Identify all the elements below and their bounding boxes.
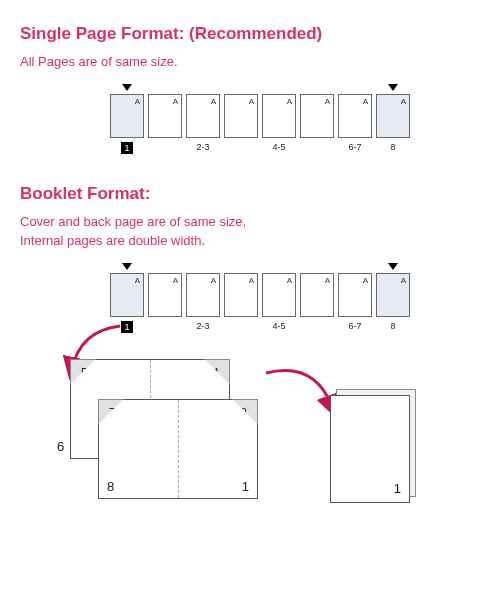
spread-page-number: 1 <box>242 479 249 494</box>
thumb-label: 4-5 <box>262 142 296 152</box>
single-format-desc: All Pages are of same size. <box>20 52 480 72</box>
fold-corner-icon: 4 <box>204 359 230 385</box>
booklet-format-desc: Cover and back page are of same size,Int… <box>20 212 480 251</box>
thumb-letter: A <box>173 97 178 106</box>
fold-corner-icon: 5 <box>70 359 96 385</box>
thumb-letter: A <box>401 276 406 285</box>
thumb-letter: A <box>287 97 292 106</box>
thumb-label: 6-7 <box>338 142 372 152</box>
thumb-letter: A <box>249 276 254 285</box>
page-thumb: A4-5 <box>262 94 296 152</box>
thumb-letter: A <box>401 97 406 106</box>
thumb-label: 8 <box>376 321 410 331</box>
page-thumb: A <box>224 273 258 317</box>
page-thumb: A1 <box>110 94 144 154</box>
thumb-letter: A <box>249 97 254 106</box>
page-thumb: A <box>300 273 334 317</box>
open-booklet-icon: 1 <box>330 395 418 507</box>
thumb-letter: A <box>363 276 368 285</box>
thumb-label: 4-5 <box>262 321 296 331</box>
page-thumb: A4-5 <box>262 273 296 331</box>
thumb-label: 8 <box>376 142 410 152</box>
single-format-title: Single Page Format: (Recommended) <box>20 24 480 44</box>
spread-bottom: 7 2 8 1 <box>98 399 258 499</box>
thumb-label: 1 <box>121 142 133 154</box>
page-marker-icon <box>388 263 398 270</box>
fold-corner-icon: 2 <box>232 399 258 425</box>
single-thumbstrip: A1AA2-3AA4-5AA6-7A8 <box>110 94 480 154</box>
page-thumb: A2-3 <box>186 273 220 331</box>
thumb-label: 6-7 <box>338 321 372 331</box>
page-marker-icon <box>388 84 398 91</box>
page-thumb: A8 <box>376 273 410 331</box>
page-thumb: A8 <box>376 94 410 152</box>
page-thumb: A <box>300 94 334 138</box>
page-thumb: A <box>148 273 182 317</box>
thumb-letter: A <box>135 97 140 106</box>
thumb-letter: A <box>363 97 368 106</box>
thumb-letter: A <box>325 97 330 106</box>
spread-page-number: 8 <box>107 479 114 494</box>
thumb-letter: A <box>287 276 292 285</box>
booklet-thumbstrip: A1AA2-3AA4-5AA6-7A8 <box>110 273 480 333</box>
spread-page-number: 6 <box>57 439 64 454</box>
page-marker-icon <box>122 84 132 91</box>
page-thumb: A2-3 <box>186 94 220 152</box>
fold-corner-icon: 7 <box>98 399 124 425</box>
page-thumb: A <box>224 94 258 138</box>
thumb-label: 2-3 <box>186 142 220 152</box>
thumb-letter: A <box>211 97 216 106</box>
thumb-letter: A <box>135 276 140 285</box>
thumb-letter: A <box>211 276 216 285</box>
page-marker-icon <box>122 263 132 270</box>
thumb-label: 2-3 <box>186 321 220 331</box>
booklet-diagram: 5 4 6 7 2 8 1 1 <box>20 333 480 533</box>
booklet-format-title: Booklet Format: <box>20 184 480 204</box>
thumb-letter: A <box>325 276 330 285</box>
open-booklet-page-number: 1 <box>394 481 401 496</box>
page-thumb: A <box>148 94 182 138</box>
page-thumb: A6-7 <box>338 273 372 331</box>
thumb-letter: A <box>173 276 178 285</box>
page-thumb: A6-7 <box>338 94 372 152</box>
